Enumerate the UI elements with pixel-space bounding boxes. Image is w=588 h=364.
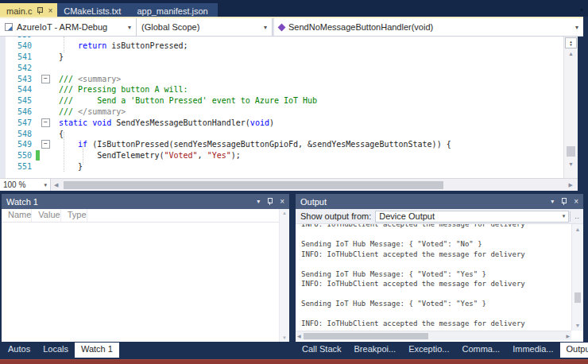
code-lines: 539 540 return isButtonPressed; 541 [6,37,563,172]
zoom-dropdown[interactable]: 100 % ▾ [0,179,51,191]
code-segment: isButtonPressed; [106,41,188,50]
code-text[interactable]: static void SendYesMessageButtonHandler(… [54,118,274,127]
code-text[interactable]: /// <summary> [54,75,121,83]
line-number: 541 [6,52,36,61]
tool-tab[interactable]: Breakpoi... [348,343,403,358]
output-content[interactable]: INFO: IoTHubClient accepted the message … [296,224,571,331]
close-icon[interactable]: × [574,197,578,206]
window-position-chevron-icon[interactable]: ▾ [257,198,260,205]
tool-tab[interactable]: Call Stack [296,343,348,358]
code-text[interactable]: /// </summary> [54,107,126,116]
code-line[interactable]: 541 } [6,52,563,63]
scrollbar-thumb[interactable] [574,292,581,303]
split-editor-handle[interactable]: ▴ ▾ [565,37,577,48]
toolbar-overflow-icon[interactable]: ‥ [570,211,580,222]
editor-vertical-scrollbar[interactable]: ▴ ▾ ▲ ▼ [563,37,578,178]
code-line[interactable]: 549 if (IsButtonPressed(sendYesMessageBu… [6,139,563,150]
code-text[interactable]: { [54,130,64,138]
document-tab[interactable]: main.c × [0,3,57,17]
code-line[interactable]: 540 return isButtonPressed; [6,41,563,52]
scroll-up-icon[interactable]: ▲ [564,51,578,56]
code-line[interactable]: 547 static void SendYesMessageButtonHand… [6,117,563,128]
collapse-icon[interactable] [40,95,54,106]
method-icon [278,23,286,31]
collapse-icon[interactable] [40,84,54,95]
scroll-down-icon[interactable]: ▼ [564,161,578,167]
code-line[interactable]: 543 /// <summary> [6,73,563,84]
scrollbar-thumb[interactable] [304,333,428,339]
project-context-dropdown[interactable]: AzureIoT - ARM-Debug ▾ [0,18,137,36]
collapse-icon[interactable] [40,106,54,117]
close-icon[interactable]: × [48,7,52,15]
code-editor[interactable]: 539 540 return isButtonPressed; 541 [0,37,578,178]
document-list-chevron-icon[interactable]: ▾ [580,6,583,14]
scroll-right-icon[interactable]: ▶ [566,333,570,339]
scrollbar-thumb[interactable] [567,146,575,157]
window-position-chevron-icon[interactable]: ▾ [551,198,554,205]
watch-column-header[interactable]: Type [61,209,87,222]
collapse-icon[interactable] [40,74,54,84]
collapse-icon[interactable] [40,150,54,161]
breakpoint-margin[interactable] [0,37,6,178]
scroll-down-icon[interactable]: ▼ [280,335,289,340]
collapse-icon[interactable] [40,63,54,73]
code-segment: static [59,118,87,127]
tool-tab[interactable]: Exceptio... [402,343,455,358]
code-text[interactable]: return isButtonPressed; [54,41,188,50]
code-line[interactable]: 542 [6,62,563,73]
code-text[interactable]: } [54,52,64,61]
collapse-icon[interactable] [40,139,54,149]
editor-horizontal-scrollbar[interactable] [61,179,563,191]
code-line[interactable]: 550 SendTelemetry("Voted", "Yes"); [6,150,563,161]
collapse-icon[interactable] [40,41,54,51]
code-line[interactable]: 545 /// Send a 'Button Pressed' event to… [6,95,563,106]
watch-column-header[interactable]: Name [2,209,32,222]
collapse-icon[interactable] [40,118,54,128]
scroll-left-icon[interactable]: ◀ [296,333,301,339]
watch-body[interactable] [2,223,279,342]
scroll-left-icon[interactable]: ◀ [51,182,61,188]
collapse-icon[interactable] [40,129,54,139]
code-segment: ) [269,118,274,127]
code-line[interactable]: 544 /// Pressing button A will: [6,84,563,95]
scroll-right-icon[interactable]: ▶ [564,182,578,188]
project-context-value: AzureIoT - ARM-Debug [17,22,107,32]
member-dropdown[interactable]: SendNoMessageButtonHandler(void) ▾ [273,18,583,36]
tool-tab[interactable]: Watch 1 [75,343,119,358]
collapse-icon[interactable] [40,161,54,172]
pin-icon[interactable] [267,198,273,205]
tool-tab[interactable]: Output [560,343,588,358]
code-text[interactable]: /// Send a 'Button Pressed' event to Azu… [54,96,317,105]
tool-tab[interactable]: Locals [37,343,75,358]
tool-tab[interactable]: Immedia... [506,343,559,358]
watch-column-header[interactable]: Value [32,209,60,222]
code-segment: /// [59,75,78,83]
collapse-icon[interactable] [40,52,54,62]
tool-tab[interactable]: Autos [2,343,37,358]
scrollbar-thumb[interactable] [64,181,443,189]
output-vertical-scrollbar[interactable]: ▲ ▼ [571,224,583,331]
output-horizontal-scrollbar[interactable]: ◀ ▶ [296,331,571,340]
code-line[interactable]: 548 { [6,128,563,139]
scope-dropdown[interactable]: (Global Scope) ▾ [137,18,273,36]
code-text[interactable]: /// Pressing button A will: [54,85,188,94]
pin-icon[interactable] [37,7,43,14]
code-line[interactable]: 551 } [6,161,563,172]
code-line[interactable]: 546 /// </summary> [6,106,563,118]
collapse-icon[interactable] [40,37,54,40]
tool-tab[interactable]: Comma... [455,343,506,358]
pin-icon[interactable] [561,198,567,205]
output-line: INFO: IoTHubClient accepted the message … [301,319,571,329]
close-icon[interactable]: × [280,197,284,206]
code-text[interactable]: } [54,162,83,171]
document-tab[interactable]: CMakeLists.txt × [57,3,130,17]
scroll-up-icon[interactable]: ▲ [572,227,583,232]
document-tab[interactable]: app_manifest.json × [130,3,217,17]
watch-vertical-scrollbar[interactable]: ▲ ▼ [279,209,289,342]
output-line [301,259,571,269]
output-source-dropdown[interactable]: Device Output ▾ [375,211,569,223]
scroll-down-icon[interactable]: ▼ [572,323,583,328]
output-line: Sending IoT Hub Message: { "Voted": "Yes… [301,299,571,309]
scroll-up-icon[interactable]: ▲ [280,211,289,215]
code-text[interactable]: if (IsButtonPressed(sendYesMessageButton… [54,140,451,149]
